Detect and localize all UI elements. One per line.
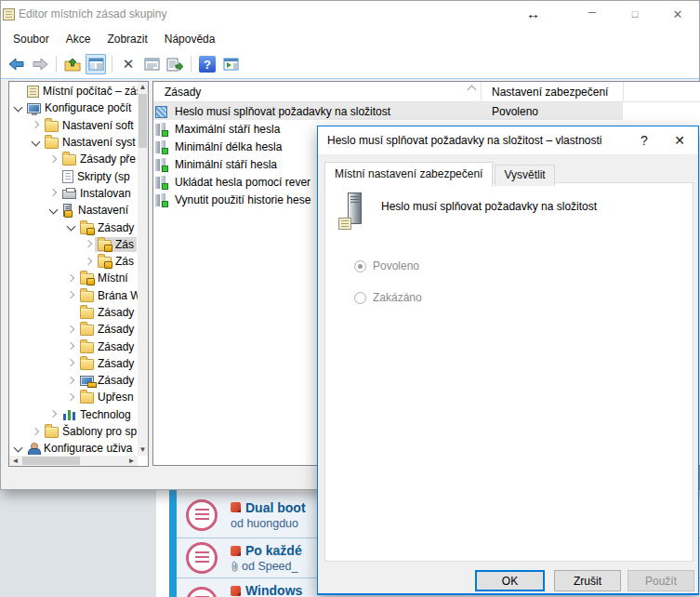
apply-button[interactable]: Použít: [627, 570, 694, 591]
tree-item-policy-based-qos[interactable]: Technolog: [9, 406, 138, 423]
policy-value: Povoleno: [492, 105, 538, 118]
tree-horizontal-scrollbar[interactable]: ◄ ►: [9, 456, 138, 466]
chevron-right-icon[interactable]: [30, 426, 42, 438]
tab-local-security-setting[interactable]: Místní nastavení zabezpečení: [324, 162, 493, 187]
policy-name-label: Heslo musí splňovat požadavky na složito…: [381, 200, 597, 213]
list-header: Zásady Nastavení zabezpečení: [153, 82, 700, 102]
tree-item-firewall[interactable]: Brána W: [9, 287, 138, 304]
ok-button[interactable]: OK: [475, 570, 545, 591]
title-bar[interactable]: Editor místních zásad skupiny ↔ – □ ✕: [1, 1, 699, 27]
menu-napoveda[interactable]: Nápověda: [156, 29, 224, 49]
tree-item-password-policy[interactable]: Zás: [9, 236, 138, 253]
folder-icon: [80, 342, 94, 353]
tree-vertical-scrollbar[interactable]: ▲ ▼: [138, 82, 148, 456]
chevron-right-icon[interactable]: [65, 272, 77, 285]
column-header-zasady[interactable]: Zásady: [165, 86, 201, 99]
chevron-down-icon[interactable]: [12, 102, 24, 114]
show-hide-tree-icon[interactable]: [220, 54, 241, 74]
menu-akce[interactable]: Akce: [58, 29, 99, 49]
policy-icon: [155, 158, 167, 171]
tree-item-name-resolution[interactable]: Zásady pře: [9, 151, 138, 167]
chevron-right-icon[interactable]: [47, 408, 59, 420]
tree-item-security-settings[interactable]: Nastavení: [9, 202, 138, 219]
dialog-close-button[interactable]: ✕: [661, 126, 698, 154]
scrollbar-thumb[interactable]: [139, 94, 147, 148]
tree-item-local-policies[interactable]: Místní: [9, 270, 138, 286]
topic-meta: od Speed_: [242, 560, 297, 573]
scroll-up-icon[interactable]: ▲: [138, 83, 148, 92]
topic-title-link[interactable]: Windows: [245, 583, 302, 597]
menu-zobrazit[interactable]: Zobrazit: [99, 29, 155, 49]
tree-item-network-list[interactable]: Zásady: [9, 304, 138, 321]
dialog-help-button[interactable]: ?: [627, 126, 661, 154]
folder-icon: [80, 325, 94, 336]
forward-icon[interactable]: [30, 54, 50, 74]
chevron-right-icon[interactable]: [83, 238, 95, 250]
topic-title-link[interactable]: Po každé: [245, 543, 302, 558]
tree-item-app-control[interactable]: Zásady: [9, 355, 138, 372]
back-icon[interactable]: [7, 54, 27, 74]
scroll-down-icon[interactable]: ▼: [138, 445, 148, 455]
radio-enabled[interactable]: [354, 260, 366, 272]
policy-row-selected[interactable]: Heslo musí splňovat požadavky na složito…: [153, 102, 700, 120]
unread-post-icon: [231, 586, 241, 596]
tree-item-scripts[interactable]: Skripty (sp: [9, 167, 138, 184]
console-tree-icon[interactable]: [86, 54, 106, 74]
chevron-right-icon[interactable]: [65, 324, 77, 336]
screen: Dual boot od huongduo Po každé od Speed_: [0, 0, 700, 597]
tree-item-printers[interactable]: Instalovan: [9, 185, 138, 202]
tree-item-ipsec-policies[interactable]: Zásady: [9, 372, 138, 389]
chevron-right-icon[interactable]: [65, 391, 77, 404]
toolbar-separator: [112, 56, 112, 73]
up-one-level-icon[interactable]: [62, 54, 83, 74]
chevron-right-icon[interactable]: [65, 357, 77, 369]
chevron-right-icon[interactable]: [47, 187, 59, 199]
chevron-right-icon[interactable]: [65, 340, 77, 352]
app-icon: [3, 8, 15, 20]
scroll-right-icon[interactable]: ►: [126, 456, 137, 466]
delete-icon[interactable]: ✕: [118, 54, 139, 74]
tree-item-account-policies[interactable]: Zásady: [9, 219, 138, 235]
chevron-right-icon[interactable]: [65, 289, 77, 301]
folder-icon: [80, 291, 94, 302]
chevron-down-icon[interactable]: [65, 221, 77, 233]
chevron-down-icon[interactable]: [30, 137, 42, 149]
tree-item-windows-settings[interactable]: Nastavení syst: [9, 134, 138, 151]
tree-item-advanced-audit[interactable]: Upřesn: [9, 389, 138, 405]
radio-row-enabled[interactable]: Povoleno: [354, 259, 419, 272]
maximize-button[interactable]: □: [614, 1, 656, 27]
column-header-nastaveni[interactable]: Nastavení zabezpečení: [492, 86, 608, 99]
paperclip-icon: [231, 561, 239, 572]
chevron-right-icon[interactable]: [47, 153, 59, 166]
radio-row-disabled[interactable]: Zakázáno: [354, 291, 422, 304]
menu-soubor[interactable]: Soubor: [5, 29, 58, 49]
chevron-down-icon[interactable]: [47, 205, 59, 217]
tab-explain[interactable]: Vysvětlit: [495, 165, 554, 186]
cancel-button[interactable]: Zrušit: [554, 570, 621, 591]
tree-item-software-restriction[interactable]: Zásady: [9, 338, 138, 354]
radio-disabled[interactable]: [354, 292, 366, 304]
chevron-right-icon[interactable]: [65, 375, 77, 387]
help-icon[interactable]: ?: [197, 54, 218, 74]
folder-icon: [45, 121, 59, 132]
tree-item-local-computer-policy[interactable]: Místní počítač – zásad: [9, 83, 138, 100]
properties-icon[interactable]: [141, 54, 162, 74]
tree-item-public-key-policies[interactable]: Zásady: [9, 321, 138, 338]
minimize-button[interactable]: –: [571, 1, 614, 27]
dialog-title-bar[interactable]: Heslo musí splňovat požadavky na složito…: [318, 126, 698, 154]
tree-item-computer-configuration[interactable]: Konfigurace počít: [9, 100, 138, 116]
tree-item-administrative-templates[interactable]: Šablony pro sp: [9, 423, 138, 440]
topic-title-link[interactable]: Dual boot: [245, 500, 306, 515]
scroll-left-icon[interactable]: ◄: [10, 456, 20, 466]
chevron-right-icon[interactable]: [83, 256, 95, 268]
tree-item-lockout-policy[interactable]: Zás: [9, 253, 138, 270]
scrollbar-thumb[interactable]: [22, 457, 80, 465]
export-list-icon[interactable]: [165, 54, 185, 74]
chevron-right-icon[interactable]: [30, 119, 42, 131]
chevron-down-icon[interactable]: [12, 443, 24, 455]
close-button[interactable]: ✕: [656, 1, 699, 27]
window-title: Editor místních zásad skupiny: [19, 7, 166, 20]
tree-item-software-settings[interactable]: Nastavení soft: [9, 117, 138, 134]
background-page-margin: [0, 490, 156, 597]
tree-item-user-configuration[interactable]: Konfigurace uživa: [9, 440, 138, 456]
